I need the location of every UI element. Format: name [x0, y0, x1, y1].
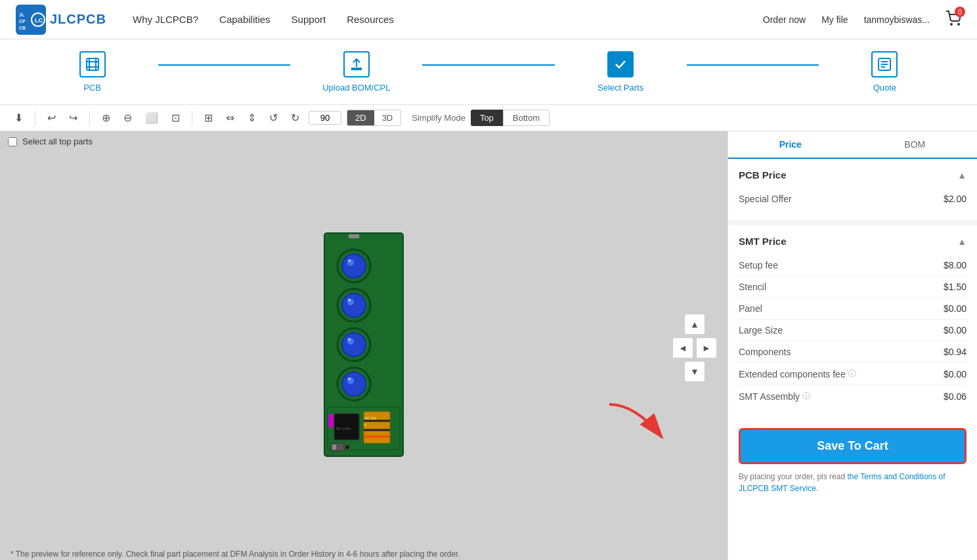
svg-point-6 [951, 24, 952, 25]
flip-v-btn[interactable]: ⇕ [244, 109, 260, 127]
toolbar-divider-1 [35, 110, 35, 126]
flip-h-btn[interactable]: ⇔ [222, 109, 238, 127]
large-size-label: Large Size [739, 325, 783, 335]
top-view-btn[interactable]: Top [471, 110, 503, 126]
my-file-link[interactable]: My file [821, 14, 848, 25]
smt-assembly-info-icon[interactable]: ⓘ [802, 391, 810, 402]
components-label: Components [739, 347, 791, 357]
nav-capabilities[interactable]: Capabilities [219, 14, 271, 25]
nav-up-btn[interactable]: ▲ [684, 314, 705, 335]
2d-btn[interactable]: 2D [347, 110, 374, 125]
pcb-canvas: RF z44n DC 12V [0, 152, 727, 544]
undo-btn[interactable]: ↩ [43, 109, 60, 127]
step-pcb-label: PCB [83, 83, 101, 93]
smt-price-collapse-icon: ▲ [957, 236, 966, 247]
stencil-value: $1.50 [944, 282, 966, 292]
smt-price-header[interactable]: SMT Price ▲ [739, 236, 966, 247]
cart-badge: 0 [955, 7, 965, 17]
nav-down-btn[interactable]: ▼ [684, 361, 705, 382]
nav-arrows: ▲ ◄ ► ▼ [672, 314, 717, 382]
annotation-arrow [596, 398, 675, 452]
special-offer-label: Special Offer [739, 194, 792, 204]
step-quote-icon [871, 51, 898, 77]
select-region-btn[interactable]: ⊞ [200, 109, 217, 127]
view-mode-group: Simplify Mode Top Bottom [412, 110, 550, 126]
zoom-out-btn[interactable]: ⊖ [119, 109, 136, 127]
save-to-cart-button[interactable]: Save To Cart [739, 428, 966, 464]
rotation-input[interactable]: 90 [309, 111, 341, 125]
svg-text:LC: LC [35, 17, 43, 24]
cart-button[interactable]: 0 [945, 11, 961, 28]
stepper-bar: PCB Upload BOM/CPL Select Parts [0, 39, 977, 105]
3d-btn[interactable]: 3D [374, 110, 401, 125]
svg-text:CP: CP [19, 19, 26, 24]
panel-value: $0.00 [944, 303, 966, 314]
svg-rect-47 [328, 414, 334, 427]
svg-text:DC 12V: DC 12V [365, 416, 377, 420]
select-all-label: Select all top parts [22, 137, 93, 146]
navbar-right: Order now My file tanmoybiswas... 0 [763, 11, 961, 28]
step-quote-label: Quote [873, 83, 896, 93]
nav-why-jlcpcb[interactable]: Why JLCPCB? [133, 14, 198, 25]
frame-btn[interactable]: ⊡ [167, 109, 184, 127]
setup-fee-value: $8.00 [944, 260, 966, 270]
extended-components-value: $0.00 [944, 369, 966, 379]
price-row-stencil: Stencil $1.50 [739, 276, 966, 298]
step-pcb: PCB [26, 51, 158, 93]
step-line-2 [422, 64, 554, 66]
smt-assembly-value: $0.06 [944, 391, 966, 402]
select-all-checkbox[interactable] [8, 137, 17, 146]
components-value: $0.94 [944, 347, 966, 357]
svg-point-7 [958, 24, 959, 25]
top-bottom-group: Top Bottom [471, 110, 550, 126]
svg-text:RF z44n: RF z44n [336, 427, 351, 431]
svg-point-48 [364, 423, 366, 426]
simplify-mode-link[interactable]: Simplify Mode [412, 113, 466, 123]
rotate-cw-btn[interactable]: ↻ [287, 109, 303, 127]
nav-right-btn[interactable]: ► [696, 337, 717, 358]
nav-resources[interactable]: Resources [347, 14, 394, 25]
svg-text:CB: CB [19, 26, 26, 30]
rotate-ccw-btn[interactable]: ↺ [265, 109, 282, 127]
zoom-in-btn[interactable]: ⊕ [98, 109, 114, 127]
jlcpcb-logo: JL CP CB LC [16, 5, 46, 35]
price-row-smt-assembly: SMT Assembly ⓘ $0.06 [739, 385, 966, 407]
select-all-bar: Select all top parts [0, 131, 727, 152]
nav-support[interactable]: Support [292, 14, 326, 25]
step-select-parts-icon [607, 51, 634, 77]
extended-components-label: Extended components fee ⓘ [739, 368, 856, 379]
pcb-price-title: PCB Price [739, 169, 787, 181]
svg-point-29 [348, 338, 351, 341]
setup-fee-label: Setup fee [739, 260, 778, 270]
smt-price-section: SMT Price ▲ Setup fee $8.00 Stencil $1.5… [728, 225, 977, 418]
step-upload-label: Upload BOM/CPL [322, 83, 390, 93]
main-content: Select all top parts [0, 131, 977, 560]
svg-point-19 [342, 254, 366, 278]
pcb-price-header[interactable]: PCB Price ▲ [739, 169, 966, 181]
nav-lr-group: ◄ ► [672, 337, 717, 358]
tab-bom[interactable]: BOM [853, 131, 978, 158]
step-quote: Quote [819, 51, 951, 93]
pcb-board-svg: RF z44n DC 12V [311, 226, 416, 469]
username-link[interactable]: tanmoybiswas... [864, 14, 930, 25]
svg-point-21 [348, 259, 351, 262]
logo-link[interactable]: JL CP CB LC JLCPCB [16, 5, 106, 35]
svg-point-23 [342, 293, 366, 317]
nav-left-btn[interactable]: ◄ [672, 337, 693, 358]
bottom-view-btn[interactable]: Bottom [503, 110, 550, 126]
panel-tabs: Price BOM [728, 131, 977, 159]
stencil-label: Stencil [739, 282, 766, 292]
redo-btn[interactable]: ↪ [65, 109, 81, 127]
svg-rect-43 [332, 444, 336, 450]
price-row-panel: Panel $0.00 [739, 298, 966, 320]
svg-point-25 [348, 299, 351, 301]
extended-components-info-icon[interactable]: ⓘ [848, 368, 856, 379]
svg-text:JL: JL [19, 12, 25, 17]
svg-rect-46 [349, 234, 359, 238]
order-now-link[interactable]: Order now [763, 14, 806, 25]
step-select-parts: Select Parts [555, 51, 687, 93]
price-row-setup-fee: Setup fee $8.00 [739, 255, 966, 276]
tab-price[interactable]: Price [728, 131, 853, 159]
fit-btn[interactable]: ⬜ [141, 109, 162, 127]
download-btn[interactable]: ⬇ [11, 109, 27, 127]
